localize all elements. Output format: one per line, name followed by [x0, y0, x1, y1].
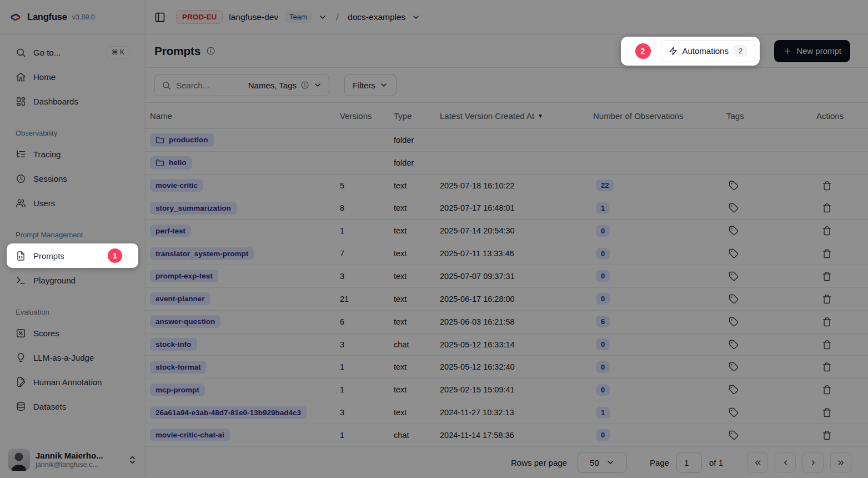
versions-value: 1 [340, 362, 344, 371]
prompt-link[interactable]: 26a61a94-e3ab-48d7-81e0-13b929bad4c3 [150, 406, 307, 419]
column-header-observations[interactable]: Number of Observations [593, 111, 726, 121]
table-row[interactable]: stock-format1text2025-05-12 16:32:400 [145, 356, 868, 379]
user-menu[interactable]: Jannik Maierho... jannik@langfuse.c... [0, 441, 145, 478]
annotation-icon [16, 377, 26, 387]
rows-per-page-label: Rows per page [511, 458, 567, 467]
table-row[interactable]: stock-info3chat2025-05-12 16:33:140 [145, 333, 868, 356]
sidebar-item-sessions[interactable]: Sessions [7, 167, 138, 190]
tag-button[interactable] [727, 429, 740, 441]
tag-button[interactable] [727, 406, 740, 419]
type-value: text [394, 408, 407, 417]
observations-count-badge: 0 [596, 225, 610, 237]
org-chevron-down-icon[interactable] [318, 13, 327, 22]
info-icon[interactable] [206, 46, 215, 56]
table-row[interactable]: hellofolder [145, 152, 868, 175]
prompt-link[interactable]: stock-info [150, 338, 197, 351]
prompt-link[interactable]: stock-format [150, 361, 207, 374]
org-name[interactable]: langfuse-dev [229, 12, 278, 22]
table-row[interactable]: perf-test1text2025-07-14 20:54:300 [145, 220, 868, 242]
chevron-right-icon [809, 458, 818, 467]
search-input[interactable] [176, 81, 243, 90]
table-row[interactable]: event-planner21text2025-06-17 16:28:000 [145, 288, 868, 311]
next-page-button[interactable] [802, 452, 824, 473]
sidebar-item-dashboards[interactable]: Dashboards [7, 90, 138, 112]
observations-count-badge: 0 [596, 248, 610, 260]
column-header-name[interactable]: Name [150, 111, 340, 121]
new-prompt-button[interactable]: New prompt [774, 40, 850, 62]
tag-button[interactable] [727, 293, 740, 305]
table-row[interactable]: answer-question6text2025-06-03 16:21:586 [145, 311, 868, 333]
sidebar-item-prompts[interactable]: Prompts1 [7, 243, 138, 268]
prompt-link[interactable]: translator_system-prompt [150, 247, 254, 260]
automations-button[interactable]: Automations 2 [661, 40, 756, 62]
sidebar-item-human-annotation[interactable]: Human Annotation [7, 371, 138, 393]
delete-button[interactable] [821, 406, 833, 419]
prompt-link[interactable]: prompt-exp-test [150, 270, 218, 282]
column-header-versions[interactable]: Versions [340, 111, 394, 121]
prompt-link[interactable]: mcp-prompt [150, 384, 205, 396]
tag-button[interactable] [727, 338, 740, 351]
prompt-link[interactable]: movie-critic [150, 179, 203, 192]
column-header-created-at[interactable]: Latest Version Created At ▼ [440, 111, 593, 121]
tag-button[interactable] [727, 361, 740, 373]
delete-button[interactable] [821, 225, 833, 237]
first-page-button[interactable] [747, 452, 768, 473]
sidebar-item-scores[interactable]: Scores [7, 322, 138, 344]
tag-button[interactable] [727, 202, 740, 214]
prompt-link[interactable]: perf-test [150, 225, 191, 237]
page-number-input[interactable] [676, 452, 702, 473]
search-scope-select[interactable]: Names, Tags [248, 81, 322, 90]
folder-link[interactable]: hello [150, 156, 192, 170]
sidebar-item-llm-as-a-judge[interactable]: LLM-as-a-Judge [7, 346, 138, 369]
table-row[interactable]: prompt-exp-test3text2025-07-07 09:37:310 [145, 265, 868, 288]
sidebar-item-tracing[interactable]: Tracing [7, 143, 138, 165]
prompt-link[interactable]: answer-question [150, 315, 220, 328]
page-count-label: of 1 [709, 458, 723, 467]
delete-button[interactable] [821, 293, 833, 305]
tag-button[interactable] [727, 270, 740, 282]
delete-button[interactable] [821, 338, 833, 351]
tag-button[interactable] [727, 316, 740, 328]
delete-button[interactable] [821, 247, 833, 260]
delete-button[interactable] [821, 316, 833, 328]
sidebar-item-goto[interactable]: Go to...⌘ K [7, 41, 138, 63]
delete-button[interactable] [821, 429, 833, 441]
table-row[interactable]: story_summarization8text2025-07-17 16:48… [145, 197, 868, 220]
filters-button[interactable]: Filters [344, 74, 397, 96]
project-chevron-down-icon[interactable] [412, 13, 420, 22]
tag-button[interactable] [727, 247, 740, 260]
table-row[interactable]: 26a61a94-e3ab-48d7-81e0-13b929bad4c33tex… [145, 401, 868, 424]
delete-button[interactable] [821, 270, 833, 282]
table-row[interactable]: translator_system-prompt7text2025-07-11 … [145, 242, 868, 265]
delete-button[interactable] [821, 384, 833, 396]
table-row[interactable]: mcp-prompt1text2025-02-15 15:09:410 [145, 379, 868, 401]
prompt-link[interactable]: story_summarization [150, 202, 237, 215]
project-name[interactable]: docs-examples [348, 12, 405, 22]
folder-link[interactable]: production [150, 133, 214, 147]
table-row[interactable]: movie-critic5text2025-07-18 16:10:2222 [145, 175, 868, 197]
panel-left-toggle-icon[interactable] [154, 12, 165, 23]
sidebar-item-playground[interactable]: Playground [7, 269, 138, 291]
tag-button[interactable] [727, 225, 740, 237]
sidebar-item-home[interactable]: Home [7, 66, 138, 88]
tag-icon [729, 203, 739, 213]
column-header-type[interactable]: Type [394, 111, 440, 121]
prev-page-button[interactable] [775, 452, 796, 473]
delete-button[interactable] [821, 361, 833, 373]
scores-icon [16, 328, 26, 338]
last-page-button[interactable] [830, 452, 851, 473]
rows-per-page-select[interactable]: 50 [578, 452, 627, 473]
prompt-link[interactable]: movie-critic-chat-ai [150, 429, 230, 441]
sidebar-item-users[interactable]: Users [7, 192, 138, 214]
sidebar-item-datasets[interactable]: Datasets [7, 395, 138, 417]
type-value: text [394, 362, 407, 371]
delete-button[interactable] [821, 202, 833, 214]
table-row[interactable]: productionfolder [145, 129, 868, 152]
delete-button[interactable] [821, 180, 833, 192]
search-box[interactable]: Names, Tags [154, 74, 329, 96]
tag-button[interactable] [727, 180, 740, 192]
tag-button[interactable] [727, 384, 740, 396]
table-row[interactable]: movie-critic-chat-ai1chat2024-11-14 17:5… [145, 424, 868, 447]
column-header-tags[interactable]: Tags [726, 111, 816, 121]
prompt-link[interactable]: event-planner [150, 292, 210, 305]
